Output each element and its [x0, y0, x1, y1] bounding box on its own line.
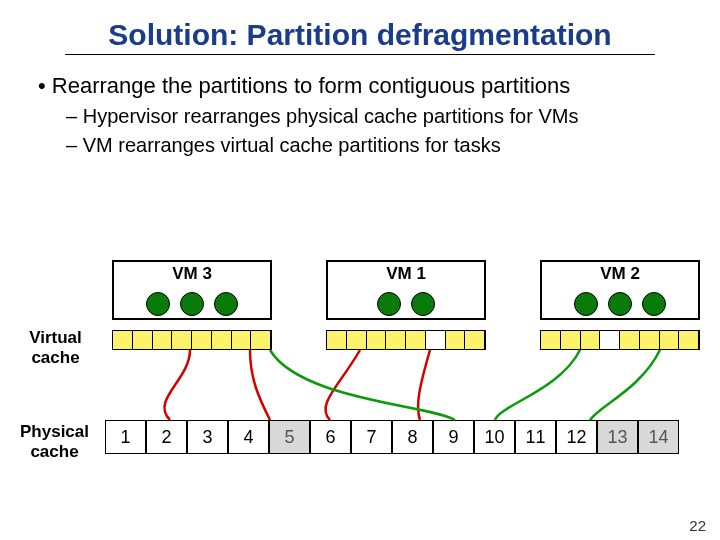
pcell: 12: [556, 420, 597, 454]
pcell: 2: [146, 420, 187, 454]
virtual-cache-label: Virtual cache: [18, 328, 93, 368]
physical-cache-row: 1 2 3 4 5 6 7 8 9 10 11 12 13 14: [105, 420, 679, 454]
task-icon: [377, 292, 401, 316]
vm1-virtual-cache: [326, 330, 486, 350]
vm1-tasks: [377, 292, 435, 316]
task-icon: [642, 292, 666, 316]
physical-cache-label: Physical cache: [12, 422, 97, 462]
vm3-virtual-cache: [112, 330, 272, 350]
task-icon: [180, 292, 204, 316]
vm2-virtual-cache: [540, 330, 700, 350]
pcell: 11: [515, 420, 556, 454]
vm3-tasks: [146, 292, 238, 316]
bullet-sub-1: Hypervisor rearranges physical cache par…: [38, 105, 720, 128]
pcell: 3: [187, 420, 228, 454]
pcell: 1: [105, 420, 146, 454]
task-icon: [574, 292, 598, 316]
bullet-sub-2: VM rearranges virtual cache partitions f…: [38, 134, 720, 157]
pcell: 4: [228, 420, 269, 454]
pcell-gray: 14: [638, 420, 679, 454]
pcell-gray: 13: [597, 420, 638, 454]
vm2-tasks: [574, 292, 666, 316]
pcell: 10: [474, 420, 515, 454]
vm3-box: VM 3: [112, 260, 272, 320]
pcell: 9: [433, 420, 474, 454]
task-icon: [214, 292, 238, 316]
pcell-gray: 5: [269, 420, 310, 454]
pcell: 6: [310, 420, 351, 454]
vm1-label: VM 1: [386, 264, 426, 284]
vm1-box: VM 1: [326, 260, 486, 320]
task-icon: [608, 292, 632, 316]
pcell: 7: [351, 420, 392, 454]
bullet-list: Rearrange the partitions to form contigu…: [0, 73, 720, 157]
task-icon: [411, 292, 435, 316]
vm3-label: VM 3: [172, 264, 212, 284]
diagram-area: VM 3 VM 1 VM 2 Virtual cache Physical ca…: [0, 250, 720, 510]
bullet-main: Rearrange the partitions to form contigu…: [38, 73, 720, 99]
pcell: 8: [392, 420, 433, 454]
task-icon: [146, 292, 170, 316]
vm2-box: VM 2: [540, 260, 700, 320]
vm2-label: VM 2: [600, 264, 640, 284]
slide-title: Solution: Partition defragmentation: [65, 0, 655, 55]
page-number: 22: [689, 517, 706, 534]
